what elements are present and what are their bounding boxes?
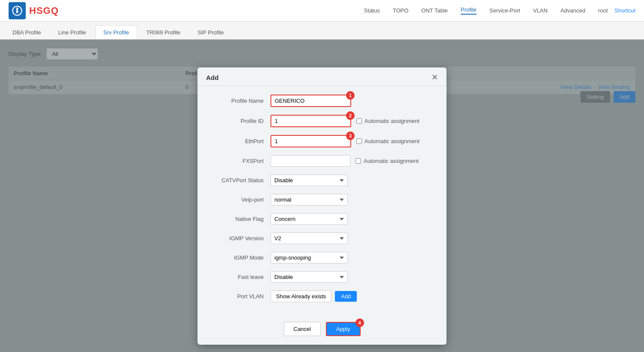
fxsport-input[interactable] — [270, 155, 350, 167]
tab-tr069-profile[interactable]: TR069 Profile — [138, 25, 188, 39]
shortcut-link[interactable]: Shortcut — [615, 7, 635, 14]
add-modal: Add ✕ Profile Name 1 Profile ID 2 — [197, 67, 447, 345]
profile-id-auto-assign: Automatic assignment — [356, 118, 419, 124]
fast-leave-row: Fast leave Disable Enable — [215, 271, 429, 283]
badge-2: 2 — [346, 111, 355, 120]
logo-icon — [9, 2, 26, 19]
modal-body: Profile Name 1 Profile ID 2 Automatic as… — [197, 86, 447, 318]
ethport-row: EthPort 3 Automatic assignment — [215, 135, 429, 147]
native-flag-select[interactable]: Concern None — [270, 213, 348, 225]
profile-name-input[interactable] — [270, 95, 351, 107]
ethport-label: EthPort — [215, 138, 270, 144]
profile-id-label: Profile ID — [215, 118, 270, 124]
apply-button[interactable]: Apply — [326, 322, 361, 336]
cancel-button[interactable]: Cancel — [284, 322, 321, 336]
nav-service-port[interactable]: Service-Port — [489, 7, 520, 14]
igmp-mode-label: IGMP Mode — [215, 254, 270, 261]
catvport-select[interactable]: Disable Enable — [270, 174, 348, 186]
nav-advanced[interactable]: Advanced — [560, 7, 585, 14]
fxsport-auto-label: Automatic assignment — [364, 158, 419, 164]
ethport-input[interactable] — [270, 135, 351, 147]
igmp-version-select[interactable]: V1 V2 V3 — [270, 233, 348, 244]
subtabs: DBA Profile Line Profile Srv Profile TR0… — [0, 21, 644, 40]
igmp-version-row: IGMP Version V1 V2 V3 — [215, 233, 429, 244]
main-content: Display Type: All Profile Name Prof... s… — [0, 40, 644, 352]
profile-id-auto-label: Automatic assignment — [365, 118, 419, 124]
igmp-mode-row: IGMP Mode igmp-snooping igmp-proxy — [215, 252, 429, 263]
ethport-checkbox[interactable] — [356, 138, 362, 144]
igmp-version-label: IGMP Version — [215, 235, 270, 242]
modal-header: Add ✕ — [197, 67, 447, 86]
veipport-row: Veip-port normal none — [215, 194, 429, 205]
fast-leave-label: Fast leave — [215, 274, 270, 280]
apply-btn-wrapper: Apply 4 — [326, 322, 361, 336]
veipport-select[interactable]: normal none — [270, 194, 348, 205]
tab-sip-profile[interactable]: SIP Profile — [189, 25, 232, 39]
nav-right: root Shortcut — [598, 7, 635, 14]
fxsport-label: FXSPort — [215, 158, 270, 164]
catvport-label: CATVPort Status — [215, 177, 270, 184]
logo-area: HSGQ — [9, 2, 59, 19]
port-vlan-row: Port VLAN Show Already exists Add — [215, 291, 429, 302]
badge-4: 4 — [355, 318, 364, 327]
ethport-auto-label: Automatic assignment — [365, 138, 419, 144]
badge-3: 3 — [346, 132, 355, 140]
logo-text: HSGQ — [29, 5, 59, 16]
topbar: HSGQ Status TOPO ONT Table Profile Servi… — [0, 0, 644, 21]
fxsport-checkbox[interactable] — [355, 158, 361, 164]
svg-point-1 — [16, 11, 18, 13]
veipport-label: Veip-port — [215, 196, 270, 203]
modal-close-button[interactable]: ✕ — [431, 73, 438, 81]
nav-topo[interactable]: TOPO — [393, 7, 409, 14]
nav-links: Status TOPO ONT Table Profile Service-Po… — [364, 6, 585, 15]
profile-id-row: Profile ID 2 Automatic assignment — [215, 115, 429, 127]
nav-status[interactable]: Status — [364, 7, 380, 14]
igmp-mode-select[interactable]: igmp-snooping igmp-proxy — [270, 252, 348, 263]
tab-dba-profile[interactable]: DBA Profile — [4, 25, 49, 39]
fast-leave-select[interactable]: Disable Enable — [270, 271, 348, 283]
fxsport-row: FXSPort Automatic assignment — [215, 155, 429, 167]
native-flag-label: Native Flag — [215, 216, 270, 222]
catvport-row: CATVPort Status Disable Enable — [215, 174, 429, 186]
nav-ont-table[interactable]: ONT Table — [421, 7, 448, 14]
native-flag-row: Native Flag Concern None — [215, 213, 429, 225]
modal-title: Add — [206, 74, 219, 81]
nav-profile[interactable]: Profile — [461, 6, 477, 15]
show-already-button[interactable]: Show Already exists — [270, 291, 331, 302]
tab-line-profile[interactable]: Line Profile — [50, 25, 94, 39]
add-port-vlan-button[interactable]: Add — [335, 291, 357, 302]
port-vlan-label: Port VLAN — [215, 293, 270, 300]
fxsport-auto-assign: Automatic assignment — [355, 158, 419, 164]
profile-name-label: Profile Name — [215, 98, 270, 104]
ethport-auto-assign: Automatic assignment — [356, 138, 419, 144]
tab-srv-profile[interactable]: Srv Profile — [95, 25, 137, 39]
profile-name-row: Profile Name 1 — [215, 95, 429, 107]
badge-1: 1 — [346, 91, 355, 100]
profile-id-input[interactable] — [270, 115, 351, 127]
nav-vlan[interactable]: VLAN — [533, 7, 547, 14]
profile-id-checkbox[interactable] — [356, 118, 362, 124]
modal-footer: Cancel Apply 4 — [197, 322, 447, 336]
root-link: root — [598, 7, 608, 14]
